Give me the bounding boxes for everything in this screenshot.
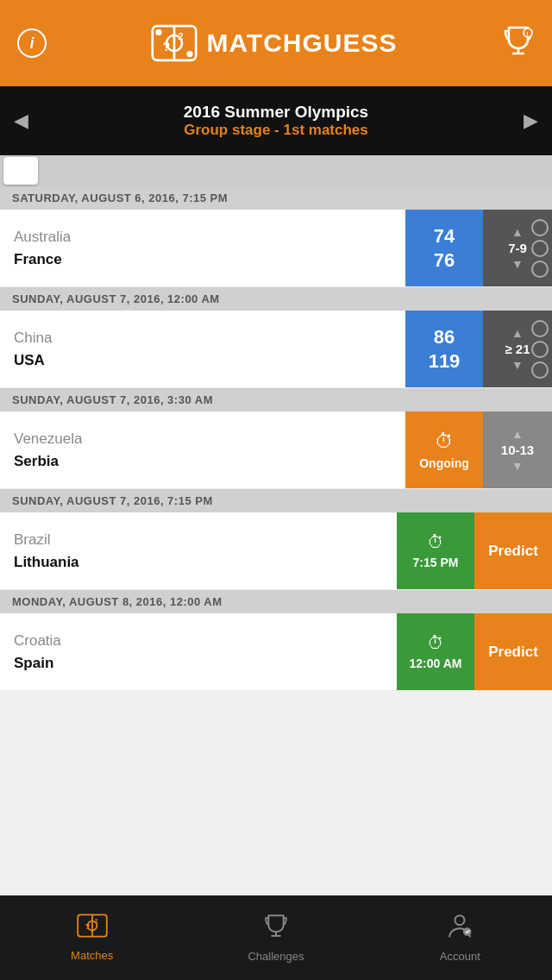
team-name: Australia: [14, 229, 392, 246]
basketball-icon: [531, 341, 549, 358]
score-top: 74: [434, 225, 455, 248]
nav-matches-label: Matches: [71, 949, 113, 962]
match-result: ⏱ Ongoing ▲ 10-13 ▼: [405, 411, 552, 488]
match-row: Venezuela Serbia ⏱ Ongoing ▲ 10-13 ▼: [0, 411, 552, 489]
odds-section: ▲ ≥ 21 ▼: [483, 311, 552, 387]
date-header-2: SUNDAY, AUGUST 7, 2016, 12:00 AM: [0, 287, 552, 311]
slider-thumb[interactable]: [3, 157, 38, 185]
match-teams: China USA: [0, 311, 405, 387]
svg-text:!: !: [526, 30, 529, 38]
match-result: 74 76 ▲ 7-9 ▼: [405, 210, 552, 286]
team-name: France: [14, 251, 392, 268]
svg-text:2: 2: [94, 917, 97, 925]
ongoing-label: Ongoing: [419, 456, 469, 470]
team-name: Croatia: [14, 632, 383, 650]
arrow-up-icon: ▲: [511, 427, 524, 441]
stage-next-button[interactable]: ▶: [524, 110, 538, 132]
date-header-1: SATURDAY, AUGUST 6, 2016, 7:15 PM: [0, 186, 552, 210]
team-name: Serbia: [14, 453, 392, 470]
match-row: Croatia Spain ⏱ 12:00 AM Predict: [0, 613, 552, 691]
app-header: i ? 2 MATCHGUESS !: [0, 0, 552, 86]
bottom-nav: ? 2 Matches Challenges Acco: [0, 895, 552, 980]
arrow-down-icon: ▼: [511, 257, 524, 271]
nav-challenges-label: Challenges: [248, 950, 304, 963]
scheduled-section: ⏱ 12:00 AM: [397, 613, 474, 690]
app-title: MATCHGUESS: [206, 28, 397, 58]
svg-point-18: [455, 915, 465, 925]
match-teams: Brazil Lithuania: [0, 512, 397, 589]
account-icon: [447, 913, 473, 945]
match-row: Australia France 74 76 ▲ 7-9 ▼: [0, 210, 552, 287]
match-row: China USA 86 119 ▲ ≥ 21 ▼: [0, 311, 552, 388]
date-header-5: MONDAY, AUGUST 8, 2016, 12:00 AM: [0, 590, 552, 613]
basketball-icon: [531, 320, 549, 337]
odds-value: 7-9: [508, 241, 527, 255]
score-top: 86: [434, 326, 455, 349]
odds-value: 10-13: [501, 443, 534, 457]
predict-label: Predict: [488, 543, 538, 560]
score-bottom: 76: [434, 249, 455, 272]
header-center: ? 2 MATCHGUESS: [151, 24, 397, 62]
nav-account-label: Account: [440, 950, 480, 963]
arrow-down-icon: ▼: [511, 358, 524, 372]
stage-title: 2016 Summer Olympics: [184, 103, 368, 122]
scheduled-time: 7:15 PM: [413, 556, 459, 569]
nav-challenges[interactable]: Challenges: [184, 895, 367, 980]
svg-text:?: ?: [85, 921, 90, 931]
svg-text:2: 2: [179, 31, 184, 41]
odds-section: ▲ 10-13 ▼: [483, 411, 552, 488]
team-name: USA: [14, 352, 392, 369]
nav-matches[interactable]: ? 2 Matches: [0, 895, 184, 980]
basketball-icon: [531, 219, 549, 236]
odds-section: ▲ 7-9 ▼: [483, 210, 552, 286]
stage-bar: ◀ 2016 Summer Olympics Group stage - 1st…: [0, 86, 552, 155]
timer-icon: ⏱: [435, 430, 454, 453]
timer-icon: ⏱: [427, 633, 444, 653]
challenges-icon: [263, 913, 289, 945]
scheduled-section: ⏱ 7:15 PM: [397, 512, 474, 589]
info-icon[interactable]: i: [17, 28, 47, 58]
match-result: ⏱ 7:15 PM Predict: [397, 512, 552, 589]
match-teams: Croatia Spain: [0, 613, 397, 690]
arrow-up-icon: ▲: [511, 225, 524, 239]
match-result: 86 119 ▲ ≥ 21 ▼: [405, 311, 552, 387]
team-name: Venezuela: [14, 430, 392, 448]
timeline-slider[interactable]: [0, 155, 552, 186]
app-logo: ? 2: [151, 24, 198, 62]
ongoing-section: ⏱ Ongoing: [405, 411, 483, 488]
trophy-icon[interactable]: !: [502, 24, 535, 63]
arrow-up-icon: ▲: [511, 326, 524, 340]
date-header-4: SUNDAY, AUGUST 7, 2016, 7:15 PM: [0, 489, 552, 512]
basketball-icon: [531, 261, 549, 278]
arrow-down-icon: ▼: [511, 459, 524, 473]
svg-text:?: ?: [163, 40, 171, 53]
team-name: Spain: [14, 655, 383, 672]
match-result: ⏱ 12:00 AM Predict: [397, 613, 552, 690]
nav-account[interactable]: Account: [368, 895, 552, 980]
team-name: Lithuania: [14, 554, 383, 571]
timer-icon: ⏱: [427, 532, 444, 552]
predict-button[interactable]: Predict: [474, 512, 552, 589]
basketball-icons: [531, 210, 549, 286]
scheduled-time: 12:00 AM: [410, 656, 462, 670]
svg-point-3: [156, 29, 162, 35]
team-name: Brazil: [14, 531, 383, 549]
score-bottom: 119: [429, 350, 461, 373]
date-header-3: SUNDAY, AUGUST 7, 2016, 3:30 AM: [0, 388, 552, 411]
match-row: Brazil Lithuania ⏱ 7:15 PM Predict: [0, 512, 552, 590]
stage-subtitle: Group stage - 1st matches: [184, 122, 368, 139]
team-name: China: [14, 330, 392, 347]
stage-prev-button[interactable]: ◀: [14, 110, 28, 132]
match-teams: Venezuela Serbia: [0, 411, 405, 488]
matches-icon: ? 2: [77, 914, 108, 944]
score-section: 86 119: [405, 311, 483, 387]
odds-value: ≥ 21: [505, 342, 530, 356]
stage-info: 2016 Summer Olympics Group stage - 1st m…: [184, 103, 368, 139]
match-teams: Australia France: [0, 210, 405, 286]
predict-button[interactable]: Predict: [474, 613, 552, 690]
basketball-icons: [531, 311, 549, 387]
basketball-icon: [531, 361, 549, 379]
score-section: 74 76: [405, 210, 483, 286]
predict-label: Predict: [488, 644, 538, 661]
svg-point-4: [187, 51, 193, 57]
